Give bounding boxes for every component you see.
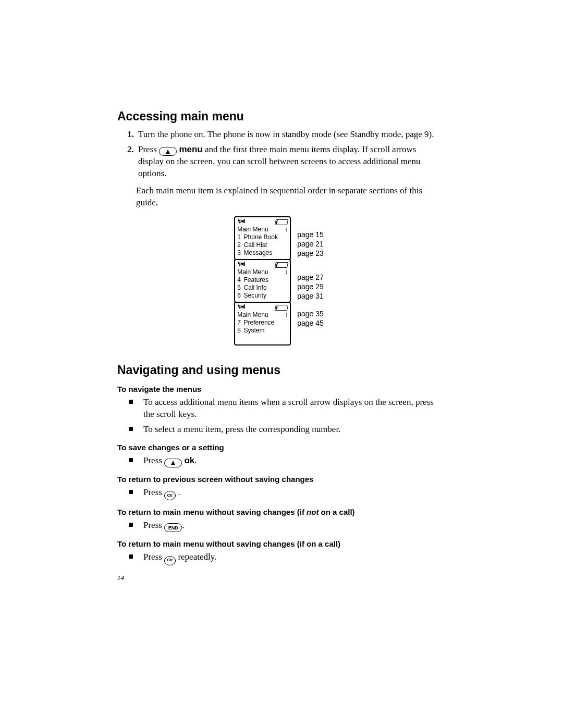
page-ref: page 23 bbox=[297, 249, 324, 258]
screen-title: Main Menu bbox=[237, 226, 268, 233]
triangle-up-icon bbox=[171, 461, 175, 465]
signal-icon: ↯▾ıl bbox=[237, 304, 245, 311]
list-item: Press ok. bbox=[129, 455, 440, 467]
sub-return-previous: To return to previous screen without sav… bbox=[117, 475, 440, 484]
signal-icon: ↯▾ıl bbox=[237, 218, 245, 225]
screen-title: Main Menu bbox=[237, 268, 268, 276]
signal-icon: ↯▾ıl bbox=[237, 261, 245, 268]
scroll-up-icon: ↑ bbox=[285, 311, 288, 319]
screen-row-2: ↯▾ıl Main Menu ↕ 4 Features 5 Call Info … bbox=[234, 260, 324, 303]
page-refs-1: page 15 page 21 page 23 bbox=[291, 216, 324, 260]
page-number: 14 bbox=[117, 574, 124, 582]
softkey-icon bbox=[159, 147, 177, 156]
end-key-icon: END bbox=[164, 523, 182, 532]
return-main-oncall-list: Press Clr repeatedly. bbox=[129, 551, 440, 565]
page-ref: page 27 bbox=[297, 273, 324, 282]
battery-icon bbox=[275, 262, 288, 268]
screens-figure: ↯▾ıl Main Menu ↓ 1 Phone Book 2 Call His… bbox=[117, 216, 440, 346]
page-ref: page 29 bbox=[297, 282, 324, 291]
page-ref: page 21 bbox=[297, 239, 324, 249]
steps-list: Turn the phone on. The phone is now in s… bbox=[117, 129, 440, 180]
step-2-text-before: Press bbox=[138, 144, 159, 154]
phone-screen-3: ↯▾ıl Main Menu ↑ 7 Preference 8 System bbox=[234, 302, 291, 346]
list-item: Press END. bbox=[129, 520, 440, 533]
scroll-down-icon: ↓ bbox=[285, 226, 288, 233]
step-1: Turn the phone on. The phone is now in s… bbox=[136, 129, 440, 141]
manual-page: Accessing main menu Turn the phone on. T… bbox=[0, 0, 563, 728]
sub-navigate: To navigate the menus bbox=[117, 385, 440, 393]
menu-item: 4 Features bbox=[237, 276, 288, 284]
battery-icon bbox=[275, 305, 288, 311]
page-ref: page 15 bbox=[297, 230, 324, 239]
page-refs-3: page 35 page 45 bbox=[291, 303, 324, 346]
screen-row-3: ↯▾ıl Main Menu ↑ 7 Preference 8 System p… bbox=[234, 303, 324, 346]
followup-text: Each main menu item is explained in sequ… bbox=[136, 185, 440, 209]
phone-screen-1: ↯▾ıl Main Menu ↓ 1 Phone Book 2 Call His… bbox=[234, 216, 291, 260]
menu-item: 5 Call Info bbox=[237, 284, 288, 292]
page-ref: page 45 bbox=[297, 318, 324, 328]
return-prev-list: Press Clr . bbox=[129, 487, 440, 500]
menu-label: menu bbox=[179, 144, 202, 154]
triangle-up-icon bbox=[166, 150, 170, 154]
menu-item bbox=[237, 335, 288, 342]
scroll-updown-icon: ↕ bbox=[285, 268, 288, 276]
sub-return-main-on-call: To return to main menu without saving ch… bbox=[117, 539, 440, 548]
status-bar: ↯▾ıl bbox=[237, 219, 288, 225]
softkey-icon bbox=[164, 459, 182, 467]
list-item: Press Clr repeatedly. bbox=[129, 551, 440, 565]
heading-accessing-main-menu: Accessing main menu bbox=[117, 109, 440, 124]
sub-save: To save changes or a setting bbox=[117, 443, 440, 452]
phone-screen-2: ↯▾ıl Main Menu ↕ 4 Features 5 Call Info … bbox=[234, 259, 291, 303]
menu-item: 8 System bbox=[237, 327, 288, 335]
page-ref-spacer bbox=[297, 328, 324, 337]
return-main-notcall-list: Press END. bbox=[129, 520, 440, 533]
save-list: Press ok. bbox=[129, 455, 440, 467]
menu-item: 6 Security bbox=[237, 292, 288, 300]
screens-column: ↯▾ıl Main Menu ↓ 1 Phone Book 2 Call His… bbox=[234, 216, 324, 346]
menu-item: 3 Messages bbox=[237, 249, 288, 257]
status-bar: ↯▾ıl bbox=[237, 304, 288, 311]
menu-item: 1 Phone Book bbox=[237, 233, 288, 241]
screen-title: Main Menu bbox=[237, 311, 268, 319]
status-bar: ↯▾ıl bbox=[237, 262, 288, 268]
page-ref: page 35 bbox=[297, 309, 324, 318]
list-item: To access additional menu items when a s… bbox=[129, 397, 440, 421]
clr-key-icon: Clr bbox=[164, 556, 176, 565]
menu-item: 7 Preference bbox=[237, 319, 288, 327]
page-refs-2: page 27 page 29 page 31 bbox=[291, 260, 324, 303]
menu-item: 2 Call Hist bbox=[237, 241, 288, 249]
sub-return-main-not-on-call: To return to main menu without saving ch… bbox=[117, 508, 440, 516]
clr-key-icon: Clr bbox=[164, 491, 176, 500]
step-2: Press menu and the first three main menu… bbox=[136, 144, 440, 180]
navigate-list: To access additional menu items when a s… bbox=[129, 397, 440, 436]
battery-icon bbox=[275, 219, 288, 225]
heading-navigating-using-menus: Navigating and using menus bbox=[117, 363, 440, 377]
screen-row-1: ↯▾ıl Main Menu ↓ 1 Phone Book 2 Call His… bbox=[234, 216, 324, 260]
list-item: To select a menu item, press the corresp… bbox=[129, 424, 440, 436]
page-ref: page 31 bbox=[297, 291, 324, 301]
list-item: Press Clr . bbox=[129, 487, 440, 500]
